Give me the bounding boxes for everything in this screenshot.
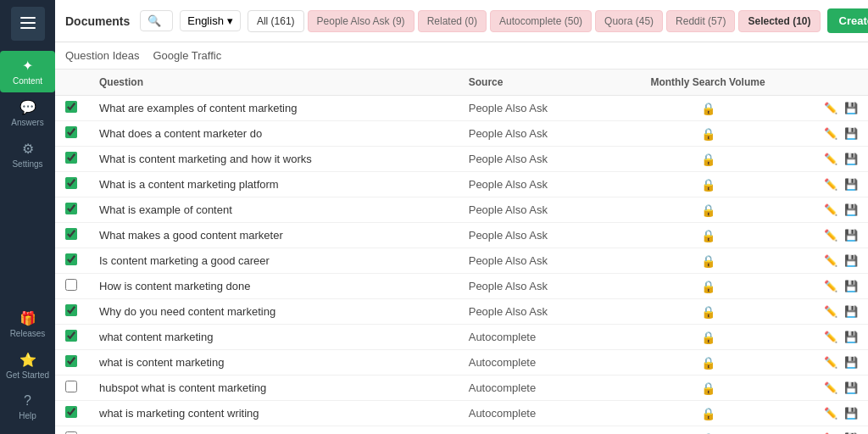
row-checkbox-cell bbox=[55, 172, 89, 198]
tab-reddit[interactable]: Reddit (57) bbox=[666, 10, 735, 32]
lock-icon: 🔒 bbox=[701, 356, 715, 370]
save-icon[interactable]: 💾 bbox=[844, 305, 858, 318]
save-icon[interactable]: 💾 bbox=[844, 331, 858, 343]
edit-icon[interactable]: ✏️ bbox=[824, 127, 837, 140]
lock-icon: 🔒 bbox=[701, 305, 715, 319]
save-icon[interactable]: 💾 bbox=[844, 280, 858, 292]
documents-label: Documents bbox=[65, 14, 130, 28]
sidebar-item-releases[interactable]: 🎁 Releases bbox=[0, 303, 55, 345]
lock-icon: 🔒 bbox=[701, 280, 715, 293]
save-icon[interactable]: 💾 bbox=[844, 254, 858, 267]
save-icon[interactable]: 💾 bbox=[844, 178, 858, 191]
row-question: What is a content marketing platform bbox=[89, 172, 459, 198]
row-checkbox[interactable] bbox=[65, 406, 77, 418]
row-checkbox[interactable] bbox=[65, 253, 77, 265]
row-checkbox[interactable] bbox=[65, 101, 77, 113]
save-icon[interactable]: 💾 bbox=[844, 153, 858, 165]
row-checkbox[interactable] bbox=[65, 126, 77, 138]
row-actions: ✏️ 💾 bbox=[809, 274, 868, 299]
row-checkbox-cell bbox=[55, 198, 89, 223]
save-icon[interactable]: 💾 bbox=[844, 407, 858, 420]
lock-icon: 🔒 bbox=[701, 153, 715, 166]
sidebar-item-label: Content bbox=[13, 76, 42, 86]
row-question: How is content marketing done bbox=[89, 274, 459, 299]
row-msv: 🔒 bbox=[607, 274, 809, 299]
row-actions: ✏️ 💾 bbox=[809, 299, 868, 325]
table-row: What is example of content People Also A… bbox=[55, 198, 868, 223]
row-checkbox[interactable] bbox=[65, 330, 77, 342]
edit-icon[interactable]: ✏️ bbox=[824, 102, 837, 114]
edit-icon[interactable]: ✏️ bbox=[824, 280, 837, 292]
row-checkbox-cell bbox=[55, 325, 89, 350]
row-source: Autocomplete bbox=[459, 401, 607, 426]
row-actions: ✏️ 💾 bbox=[809, 350, 868, 376]
row-source: People Also Ask bbox=[459, 299, 607, 325]
tab-quora[interactable]: Quora (45) bbox=[595, 10, 663, 32]
edit-icon[interactable]: ✏️ bbox=[824, 407, 837, 420]
save-icon[interactable]: 💾 bbox=[844, 102, 858, 114]
row-checkbox-cell bbox=[55, 223, 89, 248]
row-source: People Also Ask bbox=[459, 274, 607, 299]
row-checkbox[interactable] bbox=[65, 177, 77, 189]
sidebar-item-label: Releases bbox=[10, 329, 46, 338]
row-source: People Also Ask bbox=[459, 248, 607, 274]
tab-all[interactable]: All (161) bbox=[248, 10, 304, 32]
col-msv: Monthly Search Volume bbox=[607, 70, 809, 96]
edit-icon[interactable]: ✏️ bbox=[824, 178, 837, 191]
row-checkbox[interactable] bbox=[65, 355, 77, 367]
sidebar: ✦ Content 💬 Answers ⚙ Settings 🎁 Release… bbox=[0, 0, 55, 434]
language-label: English bbox=[187, 14, 224, 27]
edit-icon[interactable]: ✏️ bbox=[824, 254, 837, 267]
tab-selected[interactable]: Selected (10) bbox=[738, 10, 820, 32]
row-msv: 🔒 bbox=[607, 376, 809, 401]
sidebar-item-settings[interactable]: ⚙ Settings bbox=[0, 134, 55, 175]
row-checkbox[interactable] bbox=[65, 381, 77, 392]
get-started-icon: ⭐ bbox=[19, 352, 36, 368]
lock-icon: 🔒 bbox=[701, 203, 715, 217]
sidebar-item-get-started[interactable]: ⭐ Get Started bbox=[0, 345, 55, 387]
tab-related[interactable]: Related (0) bbox=[418, 10, 487, 32]
subnav-google-traffic[interactable]: Google Traffic bbox=[153, 46, 221, 65]
row-msv: 🔒 bbox=[607, 426, 809, 435]
row-checkbox-cell bbox=[55, 350, 89, 376]
svg-rect-1 bbox=[20, 22, 36, 24]
save-icon[interactable]: 💾 bbox=[844, 203, 858, 216]
tab-autocomplete[interactable]: Autocomplete (50) bbox=[490, 10, 592, 32]
sidebar-logo[interactable] bbox=[11, 7, 45, 41]
edit-icon[interactable]: ✏️ bbox=[824, 203, 837, 216]
table-row: What makes a good content marketer Peopl… bbox=[55, 223, 868, 248]
row-checkbox-cell bbox=[55, 96, 89, 121]
edit-icon[interactable]: ✏️ bbox=[824, 229, 837, 242]
edit-icon[interactable]: ✏️ bbox=[824, 381, 837, 394]
row-checkbox[interactable] bbox=[65, 304, 77, 316]
edit-icon[interactable]: ✏️ bbox=[824, 331, 837, 343]
row-checkbox-cell bbox=[55, 376, 89, 401]
save-icon[interactable]: 💾 bbox=[844, 356, 858, 369]
sidebar-item-answers[interactable]: 💬 Answers bbox=[0, 92, 55, 134]
save-icon[interactable]: 💾 bbox=[844, 229, 858, 242]
col-question: Question bbox=[89, 70, 459, 96]
table-container: Question Source Monthly Search Volume Wh… bbox=[55, 70, 868, 434]
language-select[interactable]: English ▾ bbox=[180, 10, 241, 31]
table-row: what content marketing Autocomplete 🔒 ✏️… bbox=[55, 325, 868, 350]
create-document-button[interactable]: Create Document bbox=[827, 8, 868, 33]
sidebar-item-help[interactable]: ? Help bbox=[0, 387, 55, 427]
lock-icon: 🔒 bbox=[701, 407, 715, 420]
row-checkbox[interactable] bbox=[65, 228, 77, 240]
save-icon[interactable]: 💾 bbox=[844, 127, 858, 140]
edit-icon[interactable]: ✏️ bbox=[824, 305, 837, 318]
row-source: Autocomplete bbox=[459, 350, 607, 376]
main-content: Documents 🔍 English ▾ All (161) People A… bbox=[55, 0, 868, 434]
chevron-down-icon: ▾ bbox=[227, 14, 233, 27]
row-checkbox[interactable] bbox=[65, 279, 77, 291]
lock-icon: 🔒 bbox=[701, 331, 715, 344]
subnav-question-ideas[interactable]: Question Ideas bbox=[65, 46, 139, 65]
row-checkbox[interactable] bbox=[65, 203, 77, 214]
row-checkbox[interactable] bbox=[65, 152, 77, 164]
tab-people-also-ask[interactable]: People Also Ask (9) bbox=[308, 10, 415, 32]
edit-icon[interactable]: ✏️ bbox=[824, 153, 837, 165]
row-msv: 🔒 bbox=[607, 325, 809, 350]
sidebar-item-content[interactable]: ✦ Content bbox=[0, 51, 55, 92]
edit-icon[interactable]: ✏️ bbox=[824, 356, 837, 369]
save-icon[interactable]: 💾 bbox=[844, 381, 858, 394]
